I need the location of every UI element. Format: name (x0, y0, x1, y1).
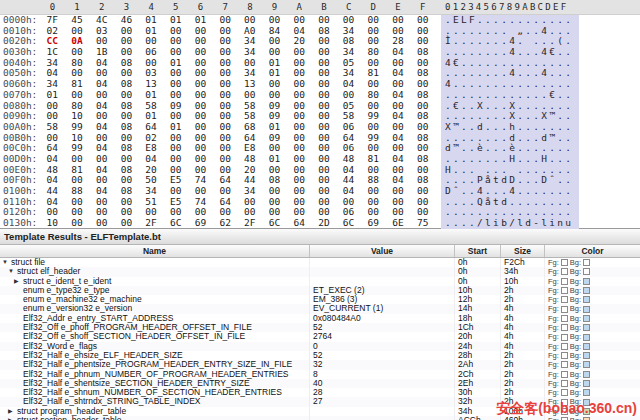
bg-color-swatch[interactable] (583, 306, 590, 313)
template-row[interactable]: ▶struct e_ident_t e_ident0h10hFg:Bg: (0, 277, 640, 286)
hex-byte[interactable]: 69 (361, 218, 386, 229)
fg-color-swatch[interactable] (561, 324, 568, 331)
template-row[interactable]: Elf32_Half e_shentsize_SECTION_HEADER_EN… (0, 379, 640, 388)
expand-arrow-icon[interactable]: ▶ (8, 407, 17, 416)
hex-byte[interactable]: 00 (213, 90, 238, 101)
hex-byte[interactable]: 69 (188, 218, 213, 229)
fg-color-swatch[interactable] (561, 315, 568, 322)
expand-arrow-icon[interactable]: ▼ (2, 258, 11, 267)
template-row[interactable]: Elf32_Half e_phnum_NUMBER_OF_PROGRAM_HEA… (0, 370, 640, 379)
bg-color-swatch[interactable] (583, 324, 590, 331)
hex-byte[interactable]: 00 (89, 90, 114, 101)
fg-color-swatch[interactable] (561, 268, 568, 275)
hex-byte[interactable]: 04 (89, 122, 114, 133)
hex-byte[interactable]: 00 (386, 122, 411, 133)
hex-byte[interactable]: 01 (262, 122, 287, 133)
hex-byte[interactable]: 00 (238, 90, 263, 101)
hex-byte[interactable]: 00 (287, 122, 312, 133)
hex-byte[interactable]: 00 (114, 90, 139, 101)
bg-color-swatch[interactable] (583, 343, 590, 350)
column-header-name[interactable]: Name (0, 245, 310, 257)
hex-byte[interactable]: 6C (163, 218, 188, 229)
hex-byte[interactable]: 06 (336, 122, 361, 133)
hex-byte[interactable]: 01 (163, 122, 188, 133)
fg-color-swatch[interactable] (561, 352, 568, 359)
hex-byte[interactable]: 00 (410, 122, 435, 133)
hex-byte[interactable]: 00 (65, 218, 90, 229)
template-row[interactable]: Elf32_Half e_ehsize_ELF_HEADER_SIZE5228h… (0, 351, 640, 360)
expand-arrow-icon[interactable]: ▼ (8, 267, 17, 276)
hex-byte[interactable]: 00 (361, 122, 386, 133)
template-row[interactable]: Elf32_Off e_phoff_PROGRAM_HEADER_OFFSET_… (0, 323, 640, 332)
template-row[interactable]: Elf32_Half e_shnum_NUMBER_OF_SECTION_HEA… (0, 388, 640, 397)
hex-byte[interactable]: 00 (114, 218, 139, 229)
fg-color-swatch[interactable] (561, 361, 568, 368)
bg-color-swatch[interactable] (583, 296, 590, 303)
hex-byte[interactable]: 80 (361, 90, 386, 101)
hex-byte[interactable]: 08 (114, 122, 139, 133)
hex-byte[interactable]: 00 (213, 122, 238, 133)
hex-byte[interactable]: 08 (410, 90, 435, 101)
template-row[interactable]: Elf32_Half e_phentsize_PROGRAM_HEADER_EN… (0, 360, 640, 369)
fg-color-swatch[interactable] (561, 278, 568, 285)
hex-byte[interactable]: 01 (139, 90, 164, 101)
column-header-start[interactable]: Start (455, 245, 501, 257)
fg-color-swatch[interactable] (561, 334, 568, 341)
hex-byte[interactable]: 10 (40, 218, 65, 229)
hex-byte[interactable]: 00 (262, 90, 287, 101)
bg-color-swatch[interactable] (583, 259, 590, 266)
fg-color-swatch[interactable] (561, 296, 568, 303)
hex-byte[interactable]: 62 (213, 218, 238, 229)
template-row[interactable]: Elf32_Word e_flags024h4hFg:Bg: (0, 342, 640, 351)
hex-byte[interactable]: 00 (287, 90, 312, 101)
hex-byte[interactable]: 00 (312, 122, 337, 133)
hex-byte[interactable]: 00 (188, 122, 213, 133)
template-row[interactable]: enum e_machine32 e_machineEM_386 (3)12h2… (0, 295, 640, 304)
hex-byte[interactable]: 58 (40, 122, 65, 133)
fg-color-swatch[interactable] (561, 259, 568, 266)
hex-byte[interactable]: 2F (238, 218, 263, 229)
column-header-color[interactable]: Color (545, 245, 640, 257)
hex-byte[interactable]: 00 (163, 90, 188, 101)
template-row[interactable]: ▼struct elf_header0h34hFg:Bg: (0, 267, 640, 276)
template-row[interactable]: enum e_type32 e_typeET_EXEC (2)10h2hFg:B… (0, 286, 640, 295)
hex-byte[interactable]: 00 (65, 90, 90, 101)
hex-byte[interactable]: 01 (40, 90, 65, 101)
bg-color-swatch[interactable] (583, 315, 590, 322)
hex-ascii-text[interactable]: X™..d...h....... (441, 122, 579, 133)
fg-color-swatch[interactable] (561, 389, 568, 396)
fg-color-swatch[interactable] (561, 380, 568, 387)
bg-color-swatch[interactable] (583, 268, 590, 275)
hex-byte[interactable]: 6C (262, 218, 287, 229)
hex-byte[interactable]: 04 (386, 90, 411, 101)
hex-ascii-text[interactable]: .............€.. (441, 90, 579, 101)
hex-ascii-text[interactable]: ..../lib/ld-linu (441, 218, 579, 229)
hex-byte[interactable]: 68 (238, 122, 263, 133)
bg-color-swatch[interactable] (583, 278, 590, 285)
expand-arrow-icon[interactable]: ▶ (14, 277, 23, 286)
hex-byte[interactable]: 00 (188, 90, 213, 101)
template-row[interactable]: Elf32_Off e_shoff_SECTION_HEADER_OFFSET_… (0, 332, 640, 341)
template-row[interactable]: enum e_version32 e_versionEV_CURRENT (1)… (0, 304, 640, 313)
column-header-value[interactable]: Value (310, 245, 455, 257)
hex-byte[interactable]: 64 (139, 122, 164, 133)
hex-byte[interactable]: 6C (336, 218, 361, 229)
fg-color-swatch[interactable] (561, 343, 568, 350)
hex-byte[interactable]: 99 (65, 122, 90, 133)
hex-byte[interactable]: 6E (386, 218, 411, 229)
hex-byte[interactable]: 75 (410, 218, 435, 229)
column-header-size[interactable]: Size (501, 245, 545, 257)
hex-byte[interactable]: 2D (312, 218, 337, 229)
fg-color-swatch[interactable] (561, 287, 568, 294)
hex-byte[interactable]: 00 (89, 218, 114, 229)
hex-byte[interactable]: 2F (139, 218, 164, 229)
template-row[interactable]: Elf32_Addr e_entry_START_ADDRESS0x080484… (0, 314, 640, 323)
fg-color-swatch[interactable] (561, 371, 568, 378)
hex-byte[interactable]: 00 (336, 90, 361, 101)
bg-color-swatch[interactable] (583, 371, 590, 378)
bg-color-swatch[interactable] (583, 334, 590, 341)
bg-color-swatch[interactable] (583, 361, 590, 368)
hex-byte[interactable]: 00 (312, 90, 337, 101)
hex-byte[interactable]: 64 (287, 218, 312, 229)
fg-color-swatch[interactable] (561, 306, 568, 313)
